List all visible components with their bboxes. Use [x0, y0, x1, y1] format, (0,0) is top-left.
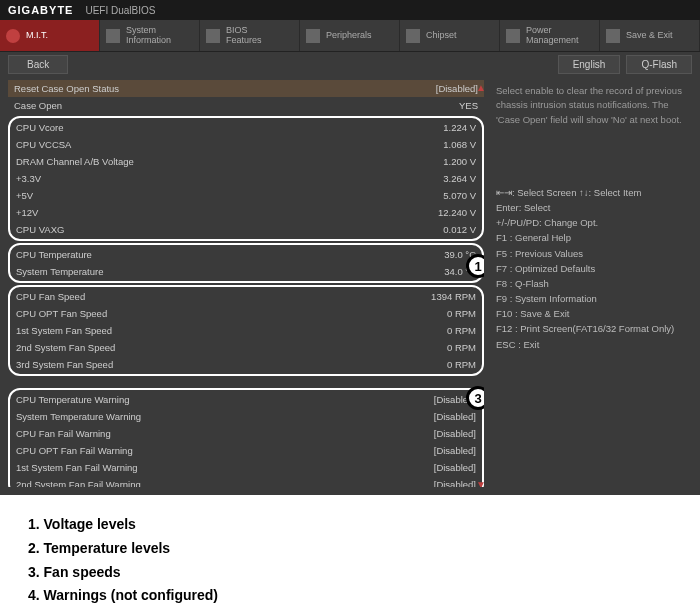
language-button[interactable]: English — [558, 55, 621, 74]
tab-peripherals[interactable]: Peripherals — [300, 20, 400, 51]
setting-value: [Disabled] — [434, 428, 476, 439]
setting-row[interactable]: CPU Temperature Warning[Disabled] — [10, 391, 482, 408]
key-hint-row: F10 : Save & Exit — [496, 306, 688, 321]
main-area: 1 2 3 4 ▲ Reset Case Open Status[Disable… — [0, 76, 700, 495]
setting-row: CPU Temperature39.0 °C — [10, 246, 482, 263]
key-hint-row: ESC : Exit — [496, 337, 688, 352]
key-hint-row: F9 : System Information — [496, 291, 688, 306]
settings-panel: 1 2 3 4 ▲ Reset Case Open Status[Disable… — [8, 80, 484, 487]
help-text: Select enable to clear the record of pre… — [492, 80, 692, 131]
setting-row: +5V5.070 V — [10, 187, 482, 204]
setting-row: DRAM Channel A/B Voltage1.200 V — [10, 153, 482, 170]
voltage-section: CPU Vcore1.224 VCPU VCCSA1.068 VDRAM Cha… — [8, 116, 484, 241]
key-hint-row: ⇤⇥: Select Screen ↑↓: Select Item — [496, 185, 688, 200]
setting-value: YES — [459, 100, 478, 111]
legend: 1. Voltage levels2. Temperature levels3.… — [0, 495, 700, 614]
setting-value: 0 RPM — [447, 308, 476, 319]
setting-row: 3rd System Fan Speed0 RPM — [10, 356, 482, 373]
setting-label: 3rd System Fan Speed — [16, 359, 447, 370]
key-hint-row: F5 : Previous Values — [496, 246, 688, 261]
qflash-button[interactable]: Q-Flash — [626, 55, 692, 74]
setting-value: 0 RPM — [447, 359, 476, 370]
setting-value: 1.068 V — [443, 139, 476, 150]
setting-value: 5.070 V — [443, 190, 476, 201]
setting-label: CPU VCCSA — [16, 139, 443, 150]
setting-label: 2nd System Fan Speed — [16, 342, 447, 353]
warning-section: CPU Temperature Warning[Disabled]System … — [8, 388, 484, 487]
bios-screen: GIGABYTE UEFI DualBIOS M.I.T. SystemInfo… — [0, 0, 700, 495]
setting-label: CPU Temperature Warning — [16, 394, 434, 405]
setting-label: System Temperature Warning — [16, 411, 434, 422]
setting-label: +12V — [16, 207, 438, 218]
setting-label: Case Open — [14, 100, 459, 111]
legend-item: 1. Voltage levels — [28, 513, 672, 537]
peripheral-icon — [306, 29, 320, 43]
setting-row: CPU Fan Speed1394 RPM — [10, 288, 482, 305]
gear-icon — [106, 29, 120, 43]
brand-logo: GIGABYTE — [8, 4, 73, 16]
tab-power[interactable]: PowerManagement — [500, 20, 600, 51]
setting-label: +5V — [16, 190, 443, 201]
key-hint-row: F8 : Q-Flash — [496, 276, 688, 291]
setting-value: [Disabled] — [434, 462, 476, 473]
header-bar: GIGABYTE UEFI DualBIOS — [0, 0, 700, 20]
setting-label: Reset Case Open Status — [14, 83, 436, 94]
scroll-up-icon[interactable]: ▲ — [476, 82, 484, 92]
setting-row: CPU Vcore1.224 V — [10, 119, 482, 136]
key-hint-row: F7 : Optimized Defaults — [496, 261, 688, 276]
setting-value: 0 RPM — [447, 342, 476, 353]
setting-row: CPU VCCSA1.068 V — [10, 136, 482, 153]
setting-value: 12.240 V — [438, 207, 476, 218]
key-hint-row: F12 : Print Screen(FAT16/32 Format Only) — [496, 321, 688, 336]
tab-mit[interactable]: M.I.T. — [0, 20, 100, 51]
setting-label: CPU Fan Fail Warning — [16, 428, 434, 439]
setting-row[interactable]: Reset Case Open Status[Disabled] — [8, 80, 484, 97]
setting-label: 1st System Fan Speed — [16, 325, 447, 336]
setting-value: 1.224 V — [443, 122, 476, 133]
setting-row: System Temperature34.0 °C — [10, 263, 482, 280]
sub-header: Back English Q-Flash — [0, 52, 700, 76]
setting-label: CPU Fan Speed — [16, 291, 431, 302]
setting-label: CPU Temperature — [16, 249, 444, 260]
setting-label: CPU VAXG — [16, 224, 443, 235]
setting-value: [Disabled] — [434, 411, 476, 422]
tab-bios-features[interactable]: BIOSFeatures — [200, 20, 300, 51]
chipset-icon — [406, 29, 420, 43]
setting-row[interactable]: Case OpenYES — [8, 97, 484, 114]
setting-label: CPU OPT Fan Speed — [16, 308, 447, 319]
setting-label: CPU OPT Fan Fail Warning — [16, 445, 434, 456]
setting-row: CPU OPT Fan Speed0 RPM — [10, 305, 482, 322]
power-icon — [506, 29, 520, 43]
setting-value: 1394 RPM — [431, 291, 476, 302]
brand-subtitle: UEFI DualBIOS — [85, 5, 155, 16]
setting-label: 1st System Fan Fail Warning — [16, 462, 434, 473]
mit-icon — [6, 29, 20, 43]
scroll-down-icon[interactable]: ▼ — [476, 479, 484, 487]
setting-row: +12V12.240 V — [10, 204, 482, 221]
legend-item: 3. Fan speeds — [28, 561, 672, 585]
back-button[interactable]: Back — [8, 55, 68, 74]
legend-item: 2. Temperature levels — [28, 537, 672, 561]
setting-row: 2nd System Fan Speed0 RPM — [10, 339, 482, 356]
tab-system-info[interactable]: SystemInformation — [100, 20, 200, 51]
chip-icon — [206, 29, 220, 43]
setting-label: System Temperature — [16, 266, 444, 277]
setting-row[interactable]: CPU Fan Fail Warning[Disabled] — [10, 425, 482, 442]
key-hint-row: +/-/PU/PD: Change Opt. — [496, 215, 688, 230]
tab-bar: M.I.T. SystemInformation BIOSFeatures Pe… — [0, 20, 700, 52]
setting-row: CPU VAXG0.012 V — [10, 221, 482, 238]
help-panel: Select enable to clear the record of pre… — [492, 80, 692, 487]
setting-row[interactable]: CPU OPT Fan Fail Warning[Disabled] — [10, 442, 482, 459]
callout-1: 1 — [466, 254, 484, 278]
setting-row: 1st System Fan Speed0 RPM — [10, 322, 482, 339]
key-hints: ⇤⇥: Select Screen ↑↓: Select ItemEnter: … — [492, 181, 692, 356]
temperature-section: CPU Temperature39.0 °CSystem Temperature… — [8, 243, 484, 283]
setting-row[interactable]: 1st System Fan Fail Warning[Disabled] — [10, 459, 482, 476]
setting-label: +3.3V — [16, 173, 443, 184]
setting-row[interactable]: 2nd System Fan Fail Warning[Disabled] — [10, 476, 482, 487]
tab-save-exit[interactable]: Save & Exit — [600, 20, 700, 51]
tab-chipset[interactable]: Chipset — [400, 20, 500, 51]
setting-value: [Disabled] — [434, 445, 476, 456]
setting-row[interactable]: System Temperature Warning[Disabled] — [10, 408, 482, 425]
setting-value: 0 RPM — [447, 325, 476, 336]
